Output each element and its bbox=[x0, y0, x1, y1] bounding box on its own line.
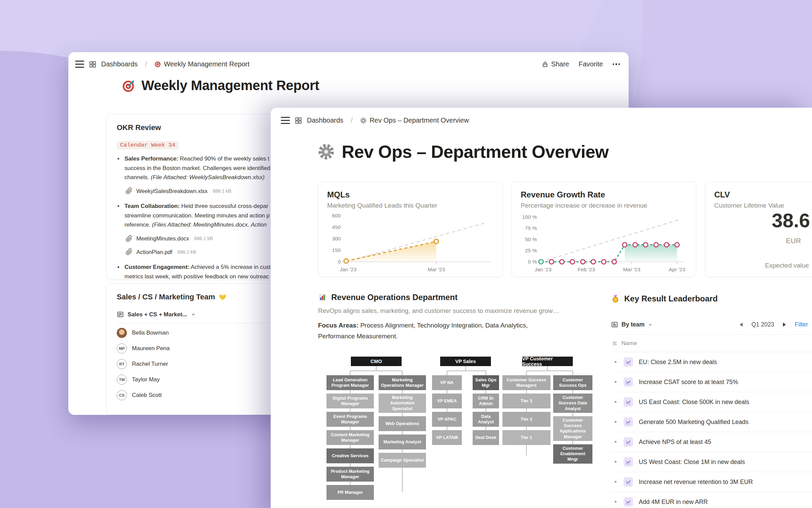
org-box: Sales Ops Mgr bbox=[473, 375, 499, 390]
leaderboard-row[interactable]: •Generate 500 Marketing Qualified Leads bbox=[611, 412, 812, 432]
breadcrumb-page[interactable]: Rev Ops – Department Overview bbox=[360, 117, 469, 124]
clv-footer: Expected value bbox=[765, 262, 809, 269]
more-options-icon[interactable] bbox=[613, 63, 620, 65]
breadcrumb-dashboards[interactable]: Dashboards bbox=[101, 60, 138, 68]
leaderboard-row[interactable]: •US West Coast: Close 1M in new deals bbox=[611, 452, 812, 472]
leaderboard-row[interactable]: •Achieve NPS of at least 45 bbox=[611, 432, 812, 452]
org-box: VP NA bbox=[432, 375, 462, 390]
org-box: Customer Success Ops bbox=[553, 375, 592, 390]
key-result-label: Add 4M EUR in new ARR bbox=[639, 499, 708, 506]
svg-text:300: 300 bbox=[332, 236, 341, 241]
org-box: Product Marketing Manager bbox=[326, 467, 374, 482]
grid-icon[interactable] bbox=[89, 61, 96, 68]
breadcrumb-separator: / bbox=[145, 60, 147, 68]
svg-text:25 %: 25 % bbox=[525, 248, 537, 253]
leaderboard-row[interactable]: •US East Coast: Close 500K in new deals bbox=[611, 392, 812, 412]
view-selector-by-team[interactable]: By team bbox=[611, 321, 653, 328]
attachment-name: WeekylSalesBreakdown.xlsx bbox=[136, 187, 208, 196]
org-tree: VP SalesVP NAVP EMEAVP APACVP LATAMSales… bbox=[432, 357, 499, 445]
avatar: RT bbox=[117, 359, 127, 369]
leaderboard-row[interactable]: •Increase net revenue retention to 3M EU… bbox=[611, 472, 812, 492]
org-box: Digital Programs Manager bbox=[326, 394, 374, 408]
leaderboard-row[interactable]: •EU: Close 2.5M in new deals bbox=[611, 352, 812, 372]
org-box: Customer Success Applications Manager bbox=[553, 416, 592, 441]
org-box-head: CMO bbox=[351, 357, 402, 366]
org-box: Content Marketing Manager bbox=[326, 430, 374, 445]
breadcrumb-dashboards[interactable]: Dashboards bbox=[307, 117, 343, 124]
breadcrumb-separator: / bbox=[351, 117, 353, 124]
growth-chart: 100 %75 %50 %25 %0 %Jan '23Feb '23Mar '2… bbox=[517, 211, 689, 275]
line-chart-icon bbox=[624, 477, 633, 487]
name-column-header[interactable]: Name bbox=[611, 335, 812, 352]
list-view-icon bbox=[117, 311, 124, 318]
dept-subtitle: RevOps aligns sales, marketing, and cust… bbox=[318, 307, 609, 315]
name-column-label: Name bbox=[622, 340, 637, 347]
clv-card: CLV Customer Lifetime Value 38.6 EUR Exp… bbox=[705, 182, 812, 277]
share-button[interactable]: Share bbox=[542, 60, 569, 68]
key-result-label: Generate 500 Marketing Qualified Leads bbox=[639, 419, 748, 426]
drag-dot: • bbox=[614, 378, 618, 386]
key-result-label: Increase net revenue retention to 3M EUR bbox=[639, 479, 753, 486]
menu-icon[interactable] bbox=[75, 61, 84, 68]
member-name: Rachel Turner bbox=[132, 361, 168, 367]
drag-dot: • bbox=[614, 438, 618, 446]
view-selector-label: By team bbox=[622, 321, 645, 328]
svg-text:Mar '23: Mar '23 bbox=[623, 267, 640, 272]
prev-period-icon[interactable] bbox=[739, 322, 743, 327]
member-name: Bella Bowman bbox=[132, 330, 169, 336]
svg-text:Jan '23: Jan '23 bbox=[535, 267, 551, 272]
back-window-header: Dashboards / Weekly Management Report bbox=[75, 60, 250, 68]
attachment-size: 686.1 kB bbox=[194, 235, 213, 242]
share-label: Share bbox=[551, 60, 569, 68]
page-title-text: Rev Ops – Department Overview bbox=[342, 142, 609, 162]
org-box: Tier 1 bbox=[502, 430, 550, 445]
page-title-weekly-report: Weekly Management Report bbox=[122, 78, 319, 93]
org-box: Data Analyst bbox=[473, 412, 499, 427]
line-chart-icon bbox=[624, 437, 633, 447]
org-box: Event Programs Manager bbox=[326, 412, 374, 427]
member-name: Caleb Scott bbox=[132, 392, 162, 399]
org-box: VP LATAM bbox=[432, 430, 462, 445]
favorite-button[interactable]: Favorite bbox=[579, 60, 603, 68]
grid-icon[interactable] bbox=[295, 117, 302, 124]
calendar-week-chip: Calendar Week 34 bbox=[117, 141, 179, 149]
breadcrumb-page[interactable]: Weekly Management Report bbox=[154, 60, 249, 68]
leaderboard-row[interactable]: •Add 4M EUR in new ARR bbox=[611, 492, 812, 508]
next-period-icon[interactable] bbox=[782, 322, 787, 327]
svg-text:Apr '23: Apr '23 bbox=[669, 267, 685, 272]
leaderboard-title: Key Result Leaderboard bbox=[624, 294, 718, 303]
growth-card: Revenue Growth Rate Percentage increase … bbox=[512, 182, 696, 277]
member-name: Maureen Pena bbox=[132, 345, 170, 352]
line-chart-icon bbox=[624, 417, 633, 427]
attachment-size: 686.1 kB bbox=[213, 187, 231, 195]
growth-subtitle: Percentage increase or decrease in reven… bbox=[521, 202, 687, 209]
org-box: Lead Generation Program Manager bbox=[326, 375, 374, 390]
chevron-down-icon bbox=[191, 312, 196, 317]
team-card-title: Sales / CS / Marketing Team bbox=[117, 293, 215, 301]
filter-button[interactable]: Filter bbox=[795, 321, 808, 328]
menu-icon[interactable] bbox=[281, 117, 290, 124]
org-box: Marketing Analyst bbox=[379, 435, 426, 449]
attachment-meeting-minutes[interactable]: MeetingMinutes.docx 686.1 kB bbox=[126, 234, 270, 243]
org-box: Customer Enablement Mngr bbox=[553, 444, 592, 464]
drag-dot: • bbox=[614, 478, 618, 486]
key-result-label: US East Coast: Close 500K in new deals bbox=[639, 399, 749, 406]
org-box: VP EMEA bbox=[432, 394, 462, 408]
mqls-subtitle: Marketing Qualified Leads this Quarter bbox=[327, 202, 494, 209]
avatar bbox=[117, 328, 127, 338]
org-box: Tier 2 bbox=[502, 412, 550, 427]
key-result-label: Achieve NPS of at least 45 bbox=[639, 439, 711, 446]
page-title-text: Weekly Management Report bbox=[141, 78, 319, 93]
medal-icon bbox=[611, 294, 620, 303]
gear-icon bbox=[317, 143, 335, 161]
attachment-action-plan[interactable]: ActionPlan.pdf 686.1 kB bbox=[126, 248, 270, 257]
leaderboard-row[interactable]: •Increase CSAT score to at least 75% bbox=[611, 372, 812, 392]
svg-text:150: 150 bbox=[332, 247, 341, 253]
attachment-name: ActionPlan.pdf bbox=[136, 248, 172, 257]
svg-text:100 %: 100 % bbox=[522, 214, 537, 220]
line-chart-icon bbox=[624, 357, 633, 367]
attachment-name: MeetingMinutes.docx bbox=[136, 234, 189, 243]
drag-dot: • bbox=[614, 458, 618, 466]
attachment-weekly-sales[interactable]: WeekylSalesBreakdown.xlsx 686.1 kB bbox=[126, 187, 270, 196]
org-box: Marketing Automation Specialist bbox=[379, 394, 426, 413]
